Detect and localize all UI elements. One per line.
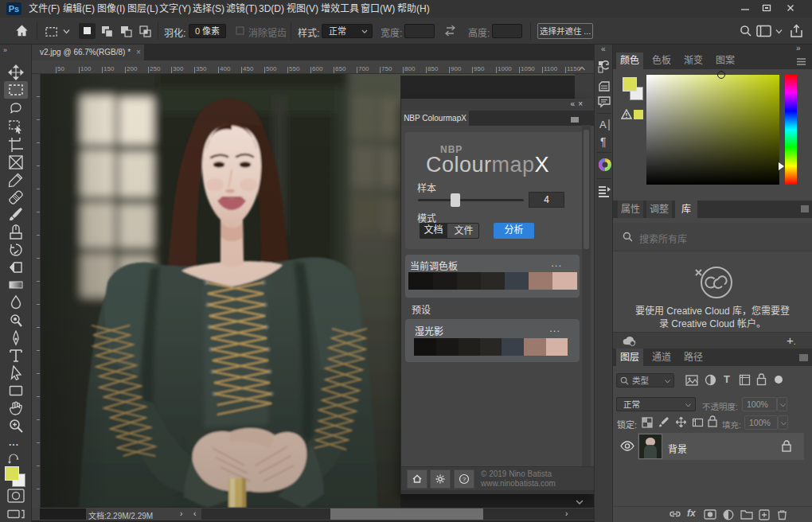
svg-text:A: A <box>599 119 607 130</box>
svg-text:?: ? <box>463 476 467 483</box>
svg-text:¶: ¶ <box>600 135 607 148</box>
